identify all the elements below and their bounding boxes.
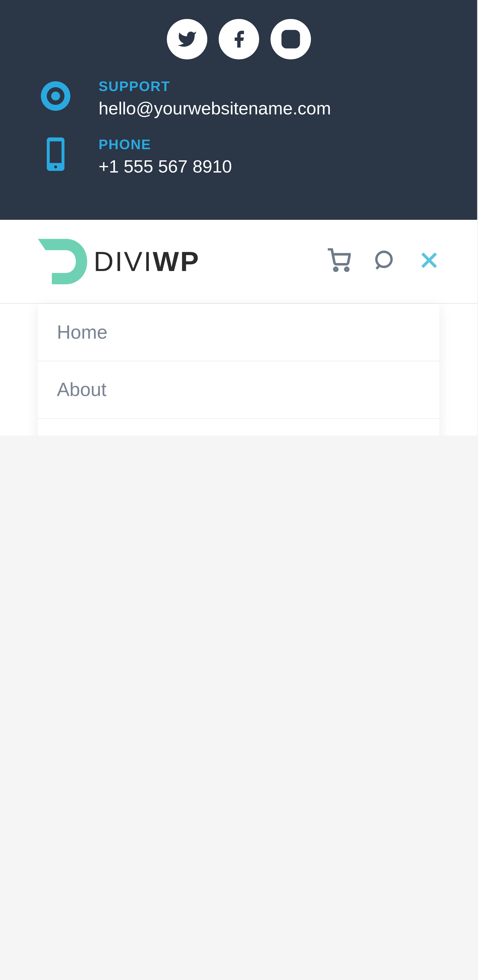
mobile-menu: Home About Services Service 1 Sub Item 1… — [38, 304, 439, 436]
svg-point-8 — [376, 251, 392, 267]
site-logo[interactable]: DIVIWP — [38, 239, 200, 284]
support-email[interactable]: hello@yourwebsitename.com — [99, 99, 331, 119]
instagram-icon[interactable] — [270, 19, 311, 59]
svg-point-6 — [335, 268, 337, 271]
logo-mark-icon — [38, 239, 90, 284]
svg-point-5 — [54, 165, 57, 168]
social-links — [38, 19, 439, 59]
close-menu-icon[interactable] — [419, 250, 439, 273]
svg-point-7 — [345, 268, 348, 271]
menu-item-about[interactable]: About — [38, 361, 439, 419]
svg-point-1 — [287, 36, 294, 43]
svg-rect-4 — [49, 142, 61, 163]
top-info-bar: SUPPORT hello@yourwebsitename.com PHONE … — [0, 0, 477, 220]
svg-line-9 — [376, 265, 380, 269]
search-icon[interactable] — [374, 249, 397, 274]
lifebuoy-icon — [38, 78, 73, 114]
phone-label: PHONE — [99, 137, 232, 153]
facebook-icon[interactable] — [218, 19, 259, 59]
logo-text: DIVIWP — [94, 246, 200, 277]
svg-point-2 — [295, 33, 296, 35]
support-label: SUPPORT — [99, 78, 331, 95]
cart-icon[interactable] — [327, 248, 351, 275]
twitter-icon[interactable] — [167, 19, 207, 59]
phone-icon — [38, 137, 73, 172]
menu-item-home[interactable]: Home — [38, 304, 439, 361]
phone-number[interactable]: +1 555 567 8910 — [99, 157, 232, 177]
support-info: SUPPORT hello@yourwebsitename.com — [38, 78, 439, 119]
menu-item-services[interactable]: Services — [38, 419, 439, 436]
phone-info: PHONE +1 555 567 8910 — [38, 137, 439, 177]
header-bar: DIVIWP — [0, 220, 477, 304]
